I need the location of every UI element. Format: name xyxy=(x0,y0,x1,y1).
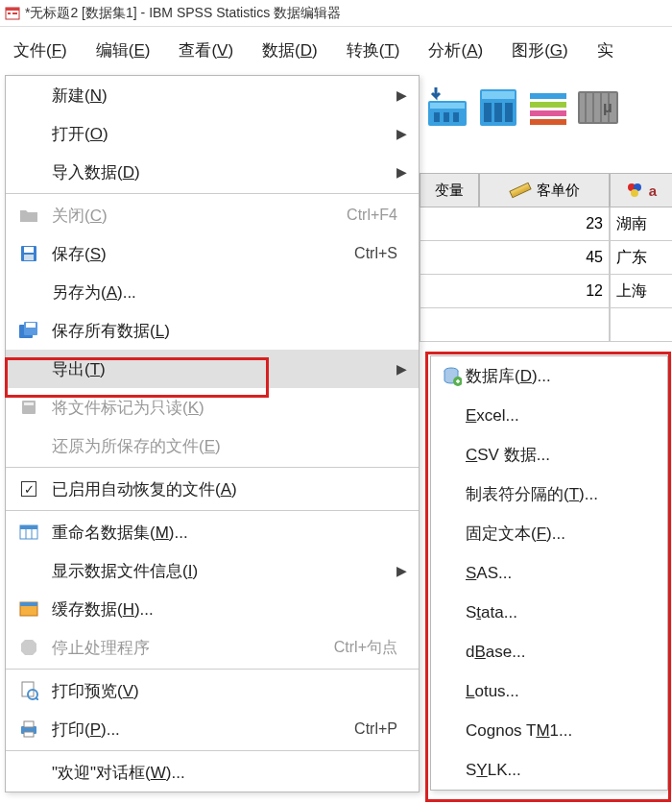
data-grid: 变量 客单价 a 23 湖南 45 广东 12 上海 xyxy=(420,173,672,342)
menu-item-welcome[interactable]: "欢迎"对话框(W)... xyxy=(6,753,419,792)
svg-rect-16 xyxy=(530,110,566,116)
title-bar: *无标题2 [数据集1] - IBM SPSS Statistics 数据编辑器 xyxy=(0,0,672,27)
menu-item-close: 关闭(C) Ctrl+F4 xyxy=(6,196,419,234)
column-header-3[interactable]: a xyxy=(610,173,672,207)
dataset-icon xyxy=(6,524,52,540)
submenu-item-sylk[interactable]: SYLK... xyxy=(431,750,667,790)
folder-icon xyxy=(6,207,52,223)
menu-item-open[interactable]: 打开(O) ▶ xyxy=(6,114,419,153)
toolbar-icon-4[interactable]: μ xyxy=(574,84,620,130)
submenu-item-excel[interactable]: Excel... xyxy=(431,396,667,435)
file-menu-dropdown: 新建(N) ▶ 打开(O) ▶ 导入数据(D) ▶ 关闭(C) Ctrl+F4 … xyxy=(5,75,420,792)
column-header-2[interactable]: 客单价 xyxy=(479,173,610,207)
save-all-icon xyxy=(6,321,52,340)
svg-rect-7 xyxy=(444,112,449,122)
svg-marker-42 xyxy=(21,640,36,655)
cache-icon xyxy=(6,601,52,617)
svg-rect-47 xyxy=(24,721,34,727)
submenu-item-database[interactable]: 数据库(D)... xyxy=(431,356,667,396)
cell-empty[interactable] xyxy=(610,308,672,342)
menu-bar: 文件(F) 编辑(E) 查看(V) 数据(D) 转换(T) 分析(A) 图形(G… xyxy=(0,27,672,73)
data-row xyxy=(420,308,672,342)
nominal-icon xyxy=(626,182,643,199)
ruler-icon xyxy=(509,183,531,199)
chevron-right-icon: ▶ xyxy=(396,361,407,377)
menu-edit[interactable]: 编辑(E) xyxy=(90,36,156,65)
cell-empty[interactable] xyxy=(420,308,610,342)
menu-item-revert: 还原为所保存的文件(E) xyxy=(6,426,419,465)
cell-num[interactable]: 45 xyxy=(420,241,610,275)
menu-more[interactable]: 实 xyxy=(591,36,619,65)
menu-item-save[interactable]: 保存(S) Ctrl+S xyxy=(6,234,419,273)
menu-item-saveall[interactable]: 保存所有数据(L) xyxy=(6,311,419,350)
submenu-item-dbase[interactable]: dBase... xyxy=(431,632,667,671)
svg-point-27 xyxy=(631,189,638,197)
svg-rect-35 xyxy=(24,402,34,405)
svg-rect-41 xyxy=(20,602,37,606)
menu-item-saveas[interactable]: 另存为(A)... xyxy=(6,273,419,311)
cell-txt[interactable]: 广东 xyxy=(610,241,672,275)
menu-view[interactable]: 查看(V) xyxy=(173,36,239,65)
menu-separator xyxy=(6,510,419,511)
menu-graphs[interactable]: 图形(G) xyxy=(506,36,574,65)
cell-num[interactable]: 23 xyxy=(420,207,610,241)
menu-separator xyxy=(6,669,419,670)
chevron-right-icon: ▶ xyxy=(396,126,407,141)
cell-txt[interactable]: 上海 xyxy=(610,275,672,308)
column-header-row: 变量 客单价 a xyxy=(420,173,672,207)
window-title: *无标题2 [数据集1] - IBM SPSS Statistics 数据编辑器 xyxy=(25,5,341,22)
svg-line-45 xyxy=(36,697,38,700)
svg-rect-6 xyxy=(434,112,440,122)
menu-item-rename[interactable]: 重命名数据集(M)... xyxy=(6,513,419,551)
submenu-item-lotus[interactable]: Lotus... xyxy=(431,671,667,711)
chevron-right-icon: ▶ xyxy=(396,164,407,180)
svg-rect-15 xyxy=(530,102,566,108)
menu-item-import[interactable]: 导入数据(D) ▶ xyxy=(6,153,419,191)
svg-rect-3 xyxy=(12,12,17,14)
toolbar-icon-3[interactable] xyxy=(524,84,570,130)
submenu-item-fixed[interactable]: 固定文本(F)... xyxy=(431,514,667,553)
menu-item-stop: 停止处理程序 Ctrl+句点 xyxy=(6,628,419,667)
menu-item-cache[interactable]: 缓存数据(H)... xyxy=(6,590,419,628)
column-header-1[interactable]: 变量 xyxy=(420,173,479,207)
menu-separator xyxy=(6,750,419,751)
submenu-item-stata[interactable]: Stata... xyxy=(431,593,667,632)
readonly-icon xyxy=(6,399,52,416)
toolbar-icon-1[interactable] xyxy=(424,84,470,130)
stop-icon xyxy=(6,639,52,656)
menu-transform[interactable]: 转换(T) xyxy=(341,36,406,65)
data-row: 45 广东 xyxy=(420,241,672,275)
cell-num[interactable]: 12 xyxy=(420,275,610,308)
app-icon xyxy=(4,5,21,22)
svg-rect-17 xyxy=(530,119,566,125)
svg-rect-10 xyxy=(482,91,515,99)
export-submenu: 数据库(D)... Excel... CSV 数据... 制表符分隔的(T)..… xyxy=(430,355,668,791)
database-icon xyxy=(439,367,466,386)
menu-item-export[interactable]: 导出(T) ▶ xyxy=(6,350,419,388)
submenu-item-cognos[interactable]: Cognos TM1... xyxy=(431,711,667,750)
submenu-item-csv[interactable]: CSV 数据... xyxy=(431,435,667,475)
menu-item-displayinfo[interactable]: 显示数据文件信息(I) ▶ xyxy=(6,551,419,590)
menu-file[interactable]: 文件(F) xyxy=(8,36,73,65)
menu-data[interactable]: 数据(D) xyxy=(256,36,324,65)
svg-rect-11 xyxy=(484,103,492,122)
menu-item-print[interactable]: 打印(P)... Ctrl+P xyxy=(6,710,419,748)
svg-rect-48 xyxy=(24,732,34,737)
menu-item-autorecover[interactable]: ✓ 已启用自动恢复的文件(A) xyxy=(6,470,419,508)
save-icon xyxy=(6,244,52,263)
data-row: 12 上海 xyxy=(420,275,672,308)
menu-item-new[interactable]: 新建(N) ▶ xyxy=(6,76,419,114)
print-icon xyxy=(6,720,52,738)
svg-rect-13 xyxy=(505,103,513,122)
svg-rect-8 xyxy=(453,112,459,122)
submenu-item-sas[interactable]: SAS... xyxy=(431,553,667,593)
svg-rect-12 xyxy=(494,103,502,122)
cell-txt[interactable]: 湖南 xyxy=(610,207,672,241)
menu-separator xyxy=(6,193,419,194)
toolbar-icon-2[interactable] xyxy=(474,84,520,130)
menu-analyze[interactable]: 分析(A) xyxy=(422,36,489,65)
svg-rect-37 xyxy=(20,525,37,529)
menu-item-printpreview[interactable]: 打印预览(V) xyxy=(6,671,419,710)
menu-separator xyxy=(6,467,419,468)
submenu-item-tab[interactable]: 制表符分隔的(T)... xyxy=(431,475,667,514)
